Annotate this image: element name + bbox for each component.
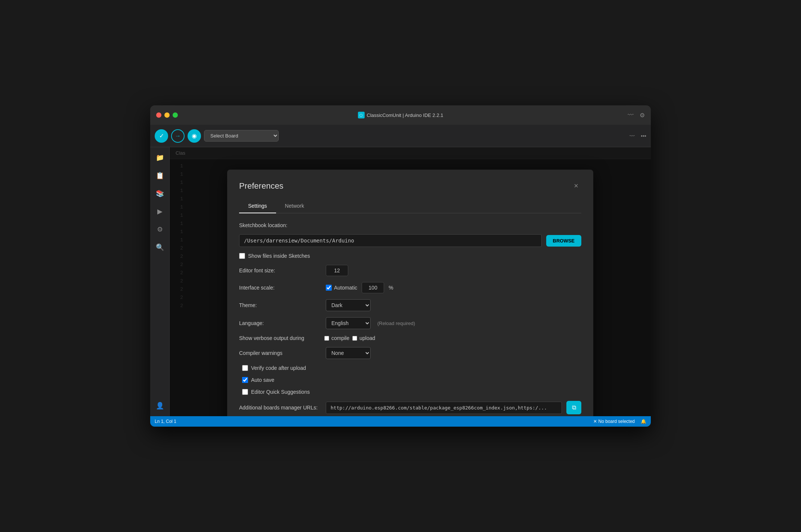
sidebar-item-files[interactable]: 📁 [152,150,167,165]
serial-plotter-icon[interactable]: 〰 [630,133,635,139]
sketchbook-row: Sketchbook location: [239,222,581,228]
automatic-checkbox-group: Automatic [326,285,357,291]
main-area: 📁 📋 📚 ▶ ⚙ 🔍 👤 Clas 11111 11111 22222 222 [150,147,651,416]
quick-suggestions-checkbox[interactable] [242,389,248,395]
theme-label: Theme: [239,302,321,308]
sketchbook-path-input[interactable] [239,234,542,247]
compile-checkbox[interactable] [324,336,329,341]
close-button[interactable] [156,112,161,118]
sidebar-item-debug[interactable]: ▶ [152,204,167,219]
verify-row: Verify code after upload [239,365,581,371]
title-bar: ⬡ ClassicComUnit | Arduino IDE 2.2.1 〰 ⚙ [150,105,651,125]
verify-checkbox[interactable] [242,365,248,371]
toolbar: ✓ → ◉ Select Board 〰 ••• [150,125,651,147]
sidebar-item-libraries[interactable]: 📚 [152,186,167,201]
verify-button[interactable]: ✓ [155,129,168,143]
percent-label: % [389,285,393,291]
language-select[interactable]: English 中文 Español Français Deutsch [326,317,371,329]
window-title: ⬡ ClassicComUnit | Arduino IDE 2.2.1 [358,112,443,118]
verbose-row: Show verbose output during compile uploa… [239,335,581,341]
app-icon: ⬡ [358,112,365,118]
theme-select[interactable]: Dark Light [326,299,371,311]
show-files-label[interactable]: Show files inside Sketches [239,253,310,259]
urls-label: Additional boards manager URLs: [239,405,321,411]
compile-item: compile [324,335,349,341]
font-size-label: Editor font size: [239,267,321,273]
maximize-button[interactable] [173,112,178,118]
app-window: ⬡ ClassicComUnit | Arduino IDE 2.2.1 〰 ⚙… [150,105,651,427]
copy-url-button[interactable]: ⧉ [566,401,581,414]
board-select[interactable]: Select Board [204,130,279,142]
minimize-button[interactable] [164,112,170,118]
title-bar-right: 〰 ⚙ [628,112,645,119]
theme-row: Theme: Dark Light [239,299,581,311]
quick-suggestions-label[interactable]: Editor Quick Suggestions [242,389,310,395]
modal-tabs: Settings Network [239,199,581,213]
settings-grid: Sketchbook location: BROWSE Show files i… [239,222,581,414]
modal-close-button[interactable]: × [571,180,581,192]
tab-network[interactable]: Network [276,199,313,213]
status-bar: Ln 1, Col 1 ✕ No board selected 🔔 [150,416,651,427]
sidebar-item-search[interactable]: 🔍 [152,240,167,255]
show-files-checkbox[interactable] [239,253,245,259]
compiler-warnings-select[interactable]: None Default More All [326,347,371,359]
sketchbook-label: Sketchbook location: [239,222,321,228]
font-size-row: Editor font size: [239,265,581,276]
automatic-label: Automatic [334,285,357,291]
autosave-row: Auto save [239,377,581,383]
window-controls [156,112,178,118]
font-size-input[interactable] [326,265,348,276]
interface-scale-label: Interface scale: [239,285,321,291]
language-row: Language: English 中文 Español Français De… [239,317,581,329]
tab-settings[interactable]: Settings [239,199,276,213]
scale-input[interactable] [362,282,384,293]
sidebar: 📁 📋 📚 ▶ ⚙ 🔍 👤 [150,147,170,416]
preferences-modal: Preferences × Settings Network Sketchboo… [227,170,593,416]
cursor-position: Ln 1, Col 1 [155,419,176,424]
interface-scale-row: Interface scale: Automatic % [239,282,581,293]
notification-bell-icon[interactable]: 🔔 [641,419,646,424]
no-board-status[interactable]: ✕ No board selected [593,419,635,424]
verify-label[interactable]: Verify code after upload [242,365,306,371]
compiler-warnings-label: Compiler warnings [239,350,321,356]
browse-button[interactable]: BROWSE [546,235,582,247]
upload-item: upload [352,335,375,341]
modal-overlay: Preferences × Settings Network Sketchboo… [170,147,651,416]
sidebar-item-boards[interactable]: ⚙ [152,222,167,237]
waveform-icon[interactable]: 〰 [628,112,634,118]
more-options-icon[interactable]: ••• [641,133,646,139]
verbose-label: Show verbose output during [239,335,321,341]
compiler-warnings-row: Compiler warnings None Default More All [239,347,581,359]
editor-area: Clas 11111 11111 22222 222 Preferences × [170,147,651,416]
copy-icon: ⧉ [572,404,576,411]
sketchbook-path-row: BROWSE [239,234,581,247]
upload-checkbox[interactable] [352,336,357,341]
quick-suggestions-row: Editor Quick Suggestions [239,389,581,395]
urls-row: Additional boards manager URLs: ⧉ [239,401,581,414]
debug-button[interactable]: ◉ [188,129,201,143]
modal-header: Preferences × [239,180,581,192]
modal-title: Preferences [239,181,284,191]
show-files-row: Show files inside Sketches [239,253,581,259]
autosave-checkbox[interactable] [242,377,248,383]
language-label: Language: [239,320,321,326]
urls-input[interactable] [326,402,562,414]
reload-note: (Reload required) [377,321,415,326]
autosave-label[interactable]: Auto save [242,377,274,383]
sidebar-item-account[interactable]: 👤 [152,398,167,413]
automatic-checkbox[interactable] [326,285,332,291]
upload-button[interactable]: → [171,129,185,143]
sidebar-item-sketches[interactable]: 📋 [152,168,167,183]
settings-icon[interactable]: ⚙ [640,112,645,119]
